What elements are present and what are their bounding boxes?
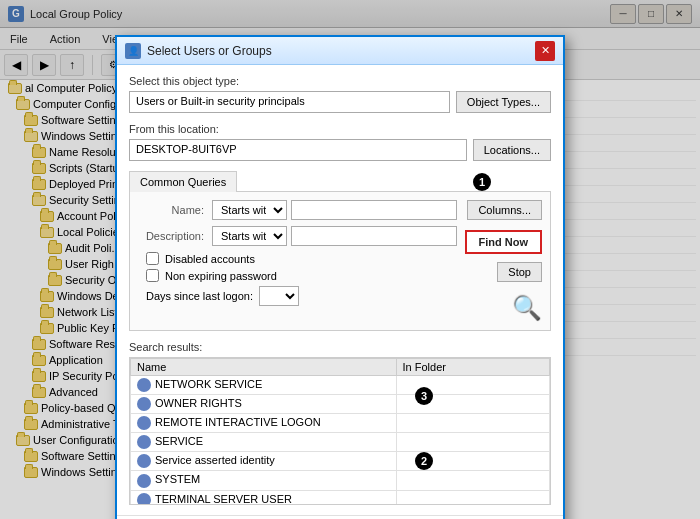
dialog-title: Select Users or Groups: [147, 44, 535, 58]
results-table: Name In Folder NETWORK SERVICE OWNER RIG…: [130, 358, 550, 505]
query-fields: Name: Starts with Is exactly Starts with…: [138, 200, 457, 322]
result-row-service[interactable]: SERVICE: [131, 433, 550, 452]
search-results-label: Search results:: [129, 341, 551, 353]
results-container[interactable]: Name In Folder NETWORK SERVICE OWNER RIG…: [129, 357, 551, 505]
right-buttons: Columns... Find Now Stop 🔍: [465, 200, 543, 322]
search-icon-area: 🔍: [512, 294, 542, 322]
result-row-service-asserted[interactable]: Service asserted identity: [131, 452, 550, 471]
col-folder-header: In Folder: [396, 359, 550, 376]
result-row-owner-rights[interactable]: OWNER RIGHTS: [131, 395, 550, 414]
name-condition-dropdown[interactable]: Starts with Is exactly Starts with: [212, 200, 287, 220]
location-label: From this location:: [129, 123, 551, 135]
stop-button[interactable]: Stop: [497, 262, 542, 282]
annotation-2: 2: [415, 452, 433, 470]
user-icon: [137, 378, 151, 392]
location-display: DESKTOP-8UIT6VP: [129, 139, 467, 161]
name-query-row: Name: Starts with Is exactly Starts with: [138, 200, 457, 220]
non-expiring-checkbox[interactable]: [146, 269, 159, 282]
disabled-accounts-checkbox[interactable]: [146, 252, 159, 265]
annotation-1: 1: [473, 173, 491, 191]
non-expiring-row: Non expiring password: [146, 269, 457, 282]
search-magnifier-icon: 🔍: [512, 294, 542, 322]
object-types-button[interactable]: Object Types...: [456, 91, 551, 113]
object-type-row: Users or Built-in security principals Ob…: [129, 91, 551, 113]
dialog-footer: OK Cancel: [117, 515, 563, 519]
user-icon: [137, 397, 151, 411]
dialog-body: Select this object type: Users or Built-…: [117, 65, 563, 515]
user-icon: [137, 454, 151, 468]
dialog-app-icon: 👤: [125, 43, 141, 59]
dialog-close-button[interactable]: ✕: [535, 41, 555, 61]
user-icon: [137, 493, 151, 505]
days-label: Days since last logon:: [146, 290, 253, 302]
name-input[interactable]: [291, 200, 457, 220]
columns-button[interactable]: Columns...: [467, 200, 542, 220]
locations-button[interactable]: Locations...: [473, 139, 551, 161]
result-row-system[interactable]: SYSTEM: [131, 471, 550, 490]
find-now-button[interactable]: Find Now: [465, 230, 543, 254]
select-users-dialog: 👤 Select Users or Groups ✕ Select this o…: [115, 35, 565, 519]
user-icon: [137, 474, 151, 488]
disabled-accounts-label: Disabled accounts: [165, 253, 255, 265]
non-expiring-label: Non expiring password: [165, 270, 277, 282]
query-main: Name: Starts with Is exactly Starts with…: [138, 200, 542, 322]
common-queries-tab[interactable]: Common Queries: [129, 171, 237, 192]
days-dropdown[interactable]: [259, 286, 299, 306]
desc-condition-dropdown[interactable]: Starts with Is exactly: [212, 226, 287, 246]
description-input[interactable]: [291, 226, 457, 246]
col-name-header: Name: [131, 359, 397, 376]
result-row-network-service[interactable]: NETWORK SERVICE: [131, 376, 550, 395]
query-section: Name: Starts with Is exactly Starts with…: [129, 191, 551, 331]
disabled-accounts-row: Disabled accounts: [146, 252, 457, 265]
dialog-titlebar: 👤 Select Users or Groups ✕: [117, 37, 563, 65]
user-icon: [137, 435, 151, 449]
result-row-terminal-server[interactable]: TERMINAL SERVER USER: [131, 490, 550, 505]
description-query-row: Description: Starts with Is exactly: [138, 226, 457, 246]
annotation-3: 3: [415, 387, 433, 405]
from-location-row: DESKTOP-8UIT6VP Locations...: [129, 139, 551, 161]
name-label: Name:: [138, 204, 208, 216]
days-row: Days since last logon:: [146, 286, 457, 306]
object-type-label: Select this object type:: [129, 75, 551, 87]
object-type-display: Users or Built-in security principals: [129, 91, 450, 113]
result-row-remote-interactive[interactable]: REMOTE INTERACTIVE LOGON: [131, 414, 550, 433]
user-icon: [137, 416, 151, 430]
description-label: Description:: [138, 230, 208, 242]
